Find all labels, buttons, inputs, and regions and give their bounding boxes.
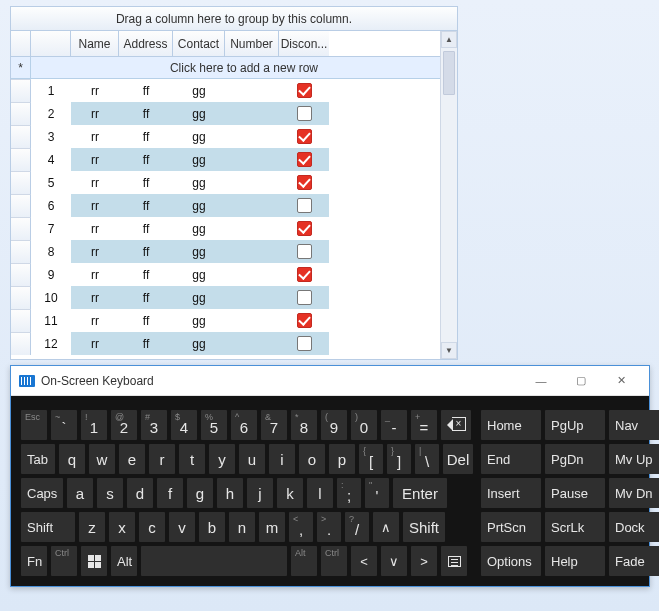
number-cell[interactable] bbox=[225, 217, 279, 240]
contact-cell[interactable]: gg bbox=[173, 286, 225, 309]
name-cell[interactable]: rr bbox=[71, 240, 119, 263]
discon-cell[interactable] bbox=[279, 240, 329, 263]
discon-checkbox[interactable] bbox=[297, 244, 312, 259]
column-header-contact[interactable]: Contact bbox=[173, 31, 225, 56]
address-cell[interactable]: ff bbox=[119, 125, 173, 148]
key-z[interactable]: z bbox=[79, 512, 105, 542]
row-number-cell[interactable]: 1 bbox=[31, 79, 71, 102]
number-cell[interactable] bbox=[225, 79, 279, 102]
group-by-bar[interactable]: Drag a column here to group by this colu… bbox=[11, 7, 457, 31]
key-c[interactable]: c bbox=[139, 512, 165, 542]
number-cell[interactable] bbox=[225, 194, 279, 217]
key-fn[interactable]: Fn bbox=[21, 546, 47, 576]
key-[[interactable]: {[ bbox=[359, 444, 383, 474]
key-ctrl-right[interactable]: Ctrl bbox=[321, 546, 347, 576]
address-cell[interactable]: ff bbox=[119, 286, 173, 309]
discon-cell[interactable] bbox=[279, 332, 329, 355]
address-cell[interactable]: ff bbox=[119, 79, 173, 102]
discon-cell[interactable] bbox=[279, 263, 329, 286]
key-pgup[interactable]: PgUp bbox=[545, 410, 605, 440]
key-0[interactable]: )0 bbox=[351, 410, 377, 440]
key-arrow-down[interactable]: ∨ bbox=[381, 546, 407, 576]
table-row[interactable]: 5rrffgg bbox=[11, 171, 457, 194]
key-caps[interactable]: Caps bbox=[21, 478, 63, 508]
row-number-cell[interactable]: 5 bbox=[31, 171, 71, 194]
close-button[interactable]: ✕ bbox=[601, 368, 641, 394]
table-row[interactable]: 12rrffgg bbox=[11, 332, 457, 355]
key--[interactable]: _- bbox=[381, 410, 407, 440]
maximize-button[interactable]: ▢ bbox=[561, 368, 601, 394]
discon-cell[interactable] bbox=[279, 194, 329, 217]
discon-checkbox[interactable] bbox=[297, 336, 312, 351]
key-pause[interactable]: Pause bbox=[545, 478, 605, 508]
key-ctrl-left[interactable]: Ctrl bbox=[51, 546, 77, 576]
key-6[interactable]: ^6 bbox=[231, 410, 257, 440]
table-row[interactable]: 2rrffgg bbox=[11, 102, 457, 125]
key-p[interactable]: p bbox=[329, 444, 355, 474]
row-number-cell[interactable]: 6 bbox=[31, 194, 71, 217]
discon-cell[interactable] bbox=[279, 309, 329, 332]
key-m[interactable]: m bbox=[259, 512, 285, 542]
number-cell[interactable] bbox=[225, 240, 279, 263]
discon-checkbox[interactable] bbox=[297, 175, 312, 190]
table-row[interactable]: 6rrffgg bbox=[11, 194, 457, 217]
key-end[interactable]: End bbox=[481, 444, 541, 474]
row-number-cell[interactable]: 12 bbox=[31, 332, 71, 355]
row-number-cell[interactable]: 2 bbox=[31, 102, 71, 125]
key-shift-left[interactable]: Shift bbox=[21, 512, 75, 542]
number-cell[interactable] bbox=[225, 332, 279, 355]
number-cell[interactable] bbox=[225, 171, 279, 194]
key-f[interactable]: f bbox=[157, 478, 183, 508]
key-backspace[interactable] bbox=[441, 410, 471, 440]
address-cell[interactable]: ff bbox=[119, 148, 173, 171]
contact-cell[interactable]: gg bbox=[173, 309, 225, 332]
key-shift-right[interactable]: Shift bbox=[403, 512, 445, 542]
key-l[interactable]: l bbox=[307, 478, 333, 508]
key-i[interactable]: i bbox=[269, 444, 295, 474]
row-number-cell[interactable]: 3 bbox=[31, 125, 71, 148]
table-row[interactable]: 1rrffgg bbox=[11, 79, 457, 102]
discon-checkbox[interactable] bbox=[297, 83, 312, 98]
table-row[interactable]: 3rrffgg bbox=[11, 125, 457, 148]
key-'[interactable]: "' bbox=[365, 478, 389, 508]
key-alt-left[interactable]: Alt bbox=[111, 546, 137, 576]
key-2[interactable]: @2 bbox=[111, 410, 137, 440]
key-9[interactable]: (9 bbox=[321, 410, 347, 440]
contact-cell[interactable]: gg bbox=[173, 240, 225, 263]
contact-cell[interactable]: gg bbox=[173, 125, 225, 148]
name-cell[interactable]: rr bbox=[71, 171, 119, 194]
key-\[interactable]: |\ bbox=[415, 444, 439, 474]
key-a[interactable]: a bbox=[67, 478, 93, 508]
key-.[interactable]: >. bbox=[317, 512, 341, 542]
discon-cell[interactable] bbox=[279, 286, 329, 309]
key-v[interactable]: v bbox=[169, 512, 195, 542]
key-t[interactable]: t bbox=[179, 444, 205, 474]
row-number-cell[interactable]: 10 bbox=[31, 286, 71, 309]
key-;[interactable]: :; bbox=[337, 478, 361, 508]
key-nav[interactable]: Nav bbox=[609, 410, 659, 440]
key-esc[interactable]: Esc bbox=[21, 410, 47, 440]
vertical-scrollbar[interactable]: ▲ ▼ bbox=[440, 31, 457, 359]
number-cell[interactable] bbox=[225, 102, 279, 125]
contact-cell[interactable]: gg bbox=[173, 102, 225, 125]
scroll-up-button[interactable]: ▲ bbox=[441, 31, 457, 48]
scroll-down-button[interactable]: ▼ bbox=[441, 342, 457, 359]
name-cell[interactable]: rr bbox=[71, 102, 119, 125]
discon-cell[interactable] bbox=[279, 79, 329, 102]
discon-checkbox[interactable] bbox=[297, 152, 312, 167]
key-pgdn[interactable]: PgDn bbox=[545, 444, 605, 474]
key-win[interactable] bbox=[81, 546, 107, 576]
key-g[interactable]: g bbox=[187, 478, 213, 508]
key-/[interactable]: ?/ bbox=[345, 512, 369, 542]
key-del[interactable]: Del bbox=[443, 444, 473, 474]
key-8[interactable]: *8 bbox=[291, 410, 317, 440]
key-b[interactable]: b bbox=[199, 512, 225, 542]
contact-cell[interactable]: gg bbox=[173, 79, 225, 102]
new-row[interactable]: * Click here to add a new row bbox=[11, 57, 457, 79]
key-mv-up[interactable]: Mv Up bbox=[609, 444, 659, 474]
number-cell[interactable] bbox=[225, 286, 279, 309]
row-number-cell[interactable]: 7 bbox=[31, 217, 71, 240]
key-o[interactable]: o bbox=[299, 444, 325, 474]
contact-cell[interactable]: gg bbox=[173, 148, 225, 171]
key-3[interactable]: #3 bbox=[141, 410, 167, 440]
